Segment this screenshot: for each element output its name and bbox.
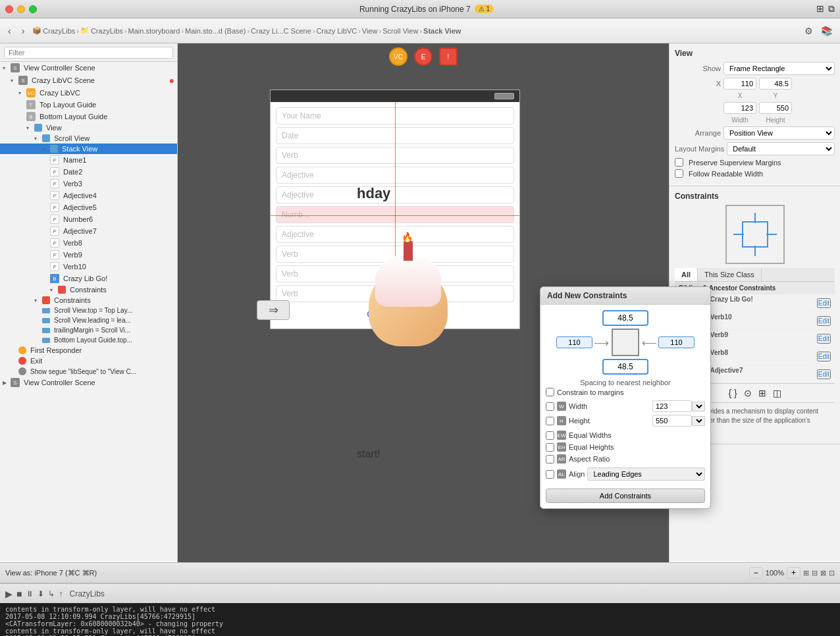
filter-input[interactable] xyxy=(4,47,173,59)
play-button[interactable]: ▶ xyxy=(5,589,13,599)
close-button[interactable] xyxy=(5,5,13,13)
bc-crazylibs2[interactable]: CrazyLibs xyxy=(91,27,123,35)
bc-scene[interactable]: Crazy Li...C Scene xyxy=(251,27,311,35)
tree-item-view[interactable]: ▾ View xyxy=(0,122,177,133)
zoom-button[interactable] xyxy=(29,5,37,13)
layout-margins-select[interactable]: Default xyxy=(727,142,835,155)
show-select[interactable]: Frame Rectangle xyxy=(723,62,835,75)
tree-item-constraints-main[interactable]: ▾ Constraints xyxy=(0,295,177,305)
zoom-controls-btn2[interactable]: ⊟ xyxy=(812,569,818,577)
left-input[interactable] xyxy=(556,336,592,348)
step-out-btn[interactable]: ↑ xyxy=(59,589,63,598)
preserve-checkbox[interactable] xyxy=(675,158,683,167)
tree-item-name1[interactable]: F Name1 xyxy=(0,154,177,166)
pause-button[interactable]: ⏸ xyxy=(26,589,34,598)
split-icon[interactable]: ⧉ xyxy=(828,3,835,14)
tree-item-constraints-group[interactable]: ▾ Constraints xyxy=(0,284,177,295)
equal-heights-checkbox[interactable] xyxy=(546,443,554,452)
add-constraints-button[interactable]: Add Constraints xyxy=(546,489,705,503)
c-adj7-edit[interactable]: Edit xyxy=(817,369,831,379)
tree-item-verb3[interactable]: F Verb3 xyxy=(0,178,177,190)
bc-crazylibs1[interactable]: CrazyLibs xyxy=(43,27,75,35)
tree-item-num6[interactable]: F Number6 xyxy=(0,213,177,225)
tree-item-first-responder[interactable]: First Responder xyxy=(0,345,177,356)
tree-item-adj5[interactable]: F Adjective5 xyxy=(0,201,177,213)
layout-icon[interactable]: ⊞ xyxy=(816,3,824,14)
width-unit-select[interactable]: = xyxy=(692,402,705,411)
zoom-in-button[interactable]: + xyxy=(787,567,801,579)
stop-button[interactable]: ■ xyxy=(16,589,22,599)
top-input[interactable] xyxy=(602,310,648,326)
constrain-margins-checkbox[interactable] xyxy=(546,388,554,396)
tree-item-vc-scene2[interactable]: ▶ S View Controller Scene xyxy=(0,377,177,388)
tree-item-date2[interactable]: F Date2 xyxy=(0,166,177,178)
equal-widths-checkbox[interactable] xyxy=(546,431,554,440)
tree-item-verb8[interactable]: F Verb8 xyxy=(0,237,177,249)
bc-mainstoryboard[interactable]: Main.storyboard xyxy=(128,27,180,35)
step-over-btn[interactable]: ⬇ xyxy=(38,589,44,598)
tree-item-verb10[interactable]: F Verb10 xyxy=(0,261,177,273)
tree-item-verb9[interactable]: F Verb9 xyxy=(0,249,177,261)
tree-item-adj4[interactable]: F Adjective4 xyxy=(0,190,177,201)
bc-vc[interactable]: Crazy LibVC xyxy=(316,27,357,35)
c-verb9-edit[interactable]: Edit xyxy=(817,334,831,344)
height-unit-select[interactable]: = xyxy=(692,416,705,426)
tree-item-segue[interactable]: Show segue "libSeque" to "View C... xyxy=(0,366,177,377)
tree-item-top-layout[interactable]: T Top Layout Guide xyxy=(0,99,177,111)
tree-item-crazy-lib-go[interactable]: B Crazy Lib Go! xyxy=(0,273,177,284)
tree-item-c4[interactable]: Bottom Layout Guide.top... xyxy=(0,335,177,345)
bc-1[interactable]: 📦 xyxy=(32,26,41,35)
tree-item-c1[interactable]: Scroll View.top = Top Lay... xyxy=(0,305,177,315)
inspector-toggle[interactable]: ⚙ xyxy=(802,24,816,38)
library-button[interactable]: 📚 xyxy=(818,24,835,38)
y-input[interactable] xyxy=(759,78,792,90)
zoom-out-button[interactable]: − xyxy=(749,567,763,579)
width-input[interactable] xyxy=(723,102,756,114)
bc-base[interactable]: Main.sto...d (Base) xyxy=(185,27,246,35)
right-input[interactable] xyxy=(658,336,695,348)
tree-item-crazy-scene[interactable]: ▾ S Crazy LibVC Scene ● xyxy=(0,74,177,87)
width-checkbox[interactable] xyxy=(546,402,554,411)
size-icon[interactable]: ◫ xyxy=(773,388,781,398)
c-crazy-edit[interactable]: Edit xyxy=(817,298,831,308)
minimize-button[interactable] xyxy=(17,5,25,13)
width-value-input[interactable] xyxy=(652,400,692,412)
tree-item-stack-view[interactable]: ▾ Stack View xyxy=(0,144,177,154)
tree-item-c3[interactable]: trailingMargin = Scroll Vi... xyxy=(0,325,177,335)
follow-checkbox[interactable] xyxy=(675,169,683,178)
vc-icon-canvas[interactable]: VC xyxy=(389,47,407,66)
zoom-controls-btn3[interactable]: ⊠ xyxy=(820,569,826,577)
tree-item-crazy-vc[interactable]: ▾ VC Crazy LibVC xyxy=(0,87,177,99)
error-icon-canvas[interactable]: ! xyxy=(439,47,458,66)
step-into-btn[interactable]: ↳ xyxy=(48,589,55,598)
align-checkbox[interactable] xyxy=(546,470,554,479)
height-input[interactable] xyxy=(759,102,792,114)
tree-item-c2[interactable]: Scroll View.leading = lea... xyxy=(0,315,177,325)
fit-button[interactable]: ⊞ xyxy=(803,569,809,577)
zoom-controls-btn4[interactable]: ⊡ xyxy=(829,569,835,577)
bottom-input[interactable] xyxy=(602,359,648,375)
tree-item-adj7[interactable]: F Adjective7 xyxy=(0,225,177,237)
bc-view[interactable]: View xyxy=(362,27,378,35)
forward-button[interactable]: › xyxy=(19,24,28,38)
tab-all[interactable]: All xyxy=(675,268,698,281)
layout-icon2[interactable]: ⊞ xyxy=(758,388,766,398)
tree-item-exit[interactable]: Exit xyxy=(0,356,177,366)
left-arrow[interactable]: ⇒ xyxy=(257,300,290,320)
c-verb8-edit[interactable]: Edit xyxy=(817,352,831,361)
target-icon[interactable]: ⊙ xyxy=(744,388,752,398)
bc-scroll[interactable]: Scroll View xyxy=(382,27,418,35)
height-value-input[interactable] xyxy=(652,415,692,427)
code-icon[interactable]: { } xyxy=(728,388,737,398)
bc-stack[interactable]: Stack View xyxy=(423,27,461,35)
c-verb10-edit[interactable]: Edit xyxy=(817,316,831,326)
tree-item-scroll-view[interactable]: ▾ Scroll View xyxy=(0,133,177,144)
tree-item-bottom-layout[interactable]: B Bottom Layout Guide xyxy=(0,111,177,122)
x-input[interactable] xyxy=(723,78,756,90)
align-select[interactable]: Leading Edges xyxy=(587,467,705,481)
tab-size-class[interactable]: This Size Class xyxy=(698,268,762,281)
height-checkbox[interactable] xyxy=(546,417,554,425)
back-button[interactable]: ‹ xyxy=(5,24,14,38)
tree-item-vc-scene[interactable]: ▾ S View Controller Scene xyxy=(0,62,177,74)
aspect-ratio-checkbox[interactable] xyxy=(546,455,554,464)
